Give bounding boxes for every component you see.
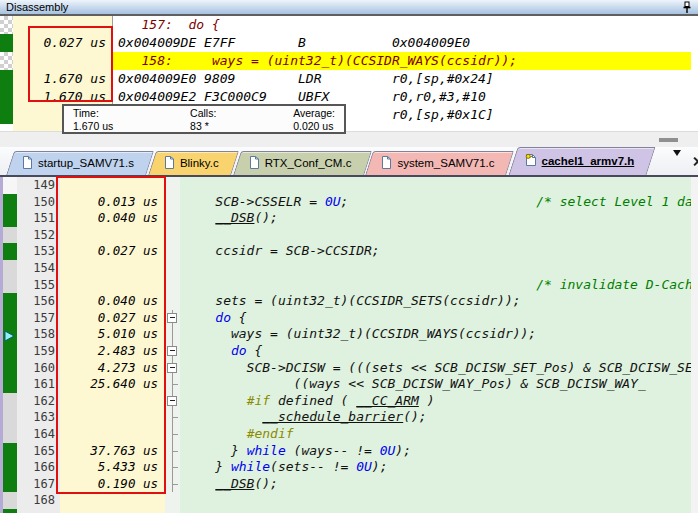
tooltip-average: Average: 0.020 us [293, 107, 335, 132]
tab-cachel1_armv7-h[interactable]: cachel1_armv7.h [513, 147, 651, 175]
editor-line[interactable]: 16537.763 us } while (ways-- != 0U); [3, 443, 698, 460]
exec-time: 25.640 us [60, 376, 165, 393]
code-text: #endif [180, 426, 691, 443]
disasm-row[interactable]: 157: do { [0, 16, 698, 34]
code-text [180, 227, 691, 244]
tab-rtx_conf_cm-c[interactable]: RTX_Conf_CM.c [237, 151, 368, 175]
no-coverage-marker [3, 409, 17, 426]
executed-marker [0, 70, 13, 88]
editor-line[interactable]: 162 #if defined ( __CC_ARM ) [3, 393, 698, 410]
fold-margin [165, 293, 180, 310]
exec-time: 0.190 us [60, 476, 165, 493]
editor-line[interactable]: 16125.640 us ((ways << SCB_DCISW_WAY_Pos… [3, 376, 698, 393]
code-text: sets = (uint32_t)(CCSIDR_SETS(ccsidr)); [180, 293, 691, 310]
code-text: __DSB(); [180, 210, 691, 227]
gutter [691, 34, 698, 52]
editor-line[interactable]: 149 [3, 177, 698, 194]
fold-margin [165, 376, 180, 393]
tooltip-calls: Calls: 83 * [190, 107, 216, 132]
fold-collapse-icon[interactable] [167, 363, 177, 373]
exec-time: 5.433 us [60, 459, 165, 476]
exec-time [60, 409, 165, 426]
executed-marker [0, 106, 13, 124]
editor-line[interactable]: 168 [3, 492, 698, 509]
line-margin [3, 210, 17, 227]
fold-margin [165, 426, 180, 443]
pushpin-icon[interactable] [682, 1, 692, 14]
tab-blinky-c[interactable]: Blinky.c [152, 151, 235, 175]
editor-line[interactable]: 1665.433 us } while(sets-- != 0U); [3, 459, 698, 476]
line-margin [3, 459, 17, 476]
fold-margin [165, 326, 180, 343]
exec-time: 5.010 us [60, 326, 165, 343]
line-number: 153 [17, 243, 60, 260]
disasm-code-text: 0x004009E0 9809 LDR r0,[sp,#0x24] [113, 70, 691, 88]
fold-margin [165, 277, 180, 294]
gutter [691, 459, 698, 476]
exec-time [60, 277, 165, 294]
editor-line[interactable]: 1604.273 us SCB->DCISW = (((sets << SCB_… [3, 360, 698, 377]
editor-line[interactable]: 152 [3, 227, 698, 244]
fold-collapse-icon[interactable] [167, 313, 177, 323]
line-margin [3, 260, 17, 277]
gutter [691, 260, 698, 277]
editor-line[interactable]: 1585.010 us ways = (uint32_t)(CCSIDR_WAY… [3, 326, 698, 343]
editor-line[interactable]: 1530.027 us ccsidr = SCB->CCSIDR; [3, 243, 698, 260]
line-number: 161 [17, 376, 60, 393]
fold-margin [165, 459, 180, 476]
editor-line[interactable]: 164 #endif [3, 426, 698, 443]
hscrollbar-thumb[interactable] [659, 138, 678, 142]
fold-collapse-icon[interactable] [167, 346, 177, 356]
gutter [691, 426, 698, 443]
disasm-row[interactable]: 0.027 us0x004009DE E7FF B 0x004009E0 [0, 34, 698, 52]
disasm-row[interactable]: 158: ways = (uint32_t)(CCSIDR_WAYS(ccsid… [0, 52, 698, 70]
editor-line[interactable]: 1510.040 us __DSB(); [3, 210, 698, 227]
disasm-row[interactable]: 1.670 us0x004009E0 9809 LDR r0,[sp,#0x24… [0, 70, 698, 88]
editor-line[interactable]: 154 [3, 260, 698, 277]
line-margin [3, 326, 17, 343]
line-margin [3, 426, 17, 443]
line-number: 165 [17, 443, 60, 460]
exec-time: 37.763 us [60, 443, 165, 460]
close-icon[interactable] [692, 156, 698, 167]
disassembly-titlebar[interactable]: Disassembly [0, 0, 698, 16]
editor-line[interactable] [3, 509, 698, 513]
gutter [691, 310, 698, 327]
code-text: ccsidr = SCB->CCSIDR; [180, 243, 691, 260]
document-edit-icon [525, 153, 537, 169]
line-number: 155 [17, 277, 60, 294]
exec-time: 0.013 us [60, 194, 165, 211]
tab-list-dropdown-icon[interactable] [673, 156, 684, 168]
gutter [691, 177, 698, 194]
gutter [691, 52, 698, 70]
exec-time: 0.040 us [60, 210, 165, 227]
gutter [691, 476, 698, 493]
editor-line[interactable]: 1670.190 us __DSB(); [3, 476, 698, 493]
tab-system_samv71-c[interactable]: system_SAMV71.c [369, 151, 510, 175]
editor-line[interactable]: 1560.040 us sets = (uint32_t)(CCSIDR_SET… [3, 293, 698, 310]
coverage-marker [3, 243, 17, 260]
gutter [691, 393, 698, 410]
editor-line[interactable]: 1570.027 us do { [3, 310, 698, 327]
gutter [691, 343, 698, 360]
fold-margin [165, 409, 180, 426]
gutter [691, 210, 698, 227]
margin-marker [0, 16, 13, 34]
gutter [691, 106, 698, 124]
executed-marker [0, 88, 13, 106]
coverage-marker [3, 376, 17, 393]
tooltip-calls-value: 83 * [190, 120, 216, 133]
document-icon [22, 156, 33, 171]
gutter [691, 443, 698, 460]
editor-line[interactable]: 155 /* invalidate D-Cach [3, 277, 698, 294]
editor-line[interactable]: 1592.483 us do { [3, 343, 698, 360]
gutter [691, 194, 698, 211]
tab-startup_samv71-s[interactable]: startup_SAMV71.s [10, 151, 150, 175]
fold-margin [165, 476, 180, 493]
gutter [691, 492, 698, 509]
coverage-marker [3, 443, 17, 460]
editor-line[interactable]: 163 __schedule_barrier(); [3, 409, 698, 426]
editor-line[interactable]: 1500.013 us SCB->CSSELR = 0U; /* select … [3, 194, 698, 211]
fold-collapse-icon[interactable] [167, 396, 177, 406]
fold-margin [165, 343, 180, 360]
